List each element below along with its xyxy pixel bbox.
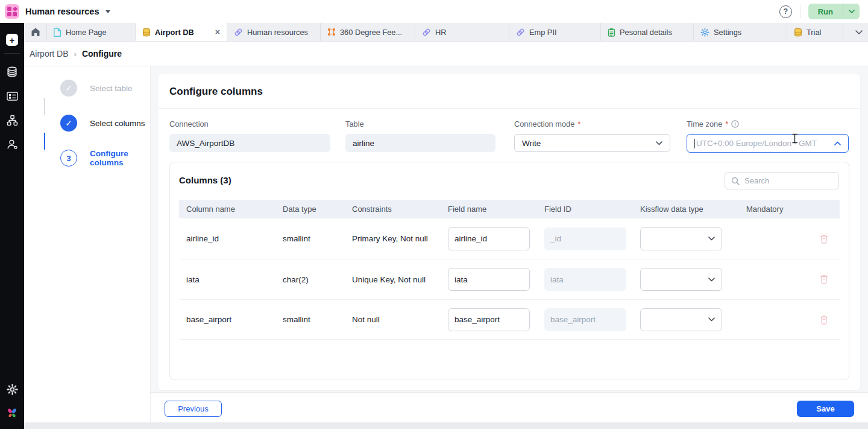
header-field-name: Field name	[448, 205, 544, 214]
text-caret	[694, 139, 695, 148]
table-value: airline	[345, 134, 495, 152]
tab-overflow-chevron-icon[interactable]	[850, 23, 868, 41]
kissflow-data-type-select[interactable]	[640, 268, 722, 291]
rail-people-item[interactable]	[0, 132, 24, 156]
columns-card: Columns (3) Search Column name Data type…	[169, 162, 849, 380]
left-rail: +	[0, 23, 24, 429]
stepper-panel: ✓ Select table ✓ Select columns 3 Config…	[24, 66, 151, 422]
chevron-up-icon[interactable]	[834, 141, 841, 145]
step-select-columns[interactable]: ✓ Select columns	[60, 115, 145, 132]
tab-pesonal-details[interactable]: Pesonal details	[600, 23, 694, 41]
clipboard-icon	[608, 28, 615, 37]
topbar-divider	[800, 5, 800, 18]
tab-home-page[interactable]: Home Page	[46, 23, 136, 41]
search-icon	[731, 177, 740, 185]
time-zone-combobox[interactable]: UTC+0:00 Europe/London - GMT	[687, 134, 849, 153]
cell-column-name: base_airport	[186, 315, 283, 324]
trash-icon[interactable]	[819, 274, 829, 285]
home-tab-button[interactable]	[24, 23, 47, 41]
cell-data-type: smallint	[283, 315, 352, 324]
kissflow-data-type-select[interactable]	[640, 227, 722, 250]
table-row: base_airport smallint Not null base_airp…	[179, 299, 840, 340]
tab-trial[interactable]: Trial	[787, 23, 843, 41]
network-icon	[327, 28, 336, 36]
connection-mode-select[interactable]: Write	[514, 134, 670, 152]
cell-constraints: Unique Key, Not null	[352, 275, 448, 284]
info-icon[interactable]	[731, 120, 739, 128]
org-chart-icon	[7, 115, 18, 126]
rail-settings-item[interactable]	[0, 377, 24, 401]
breadcrumb-separator: ›	[74, 49, 77, 59]
person-icon	[7, 139, 18, 150]
table-row: airline_id smallint Primary Key, Not nul…	[179, 218, 840, 259]
field-name-input[interactable]	[448, 227, 530, 250]
time-zone-placeholder: UTC+0:00 Europe/London - GMT	[696, 139, 834, 148]
tab-360-degree-feedback[interactable]: 360 Degree Fee...	[320, 23, 415, 41]
link-icon	[516, 28, 525, 37]
help-icon[interactable]: ?	[779, 5, 792, 18]
field-id-value: iata	[544, 268, 626, 291]
required-asterisk: *	[725, 119, 728, 129]
trash-icon[interactable]	[819, 314, 829, 325]
header-column-name: Column name	[186, 205, 283, 214]
chevron-down-icon	[656, 141, 662, 145]
cell-constraints: Primary Key, Not null	[352, 234, 448, 243]
close-tab-icon[interactable]: ×	[210, 28, 220, 36]
step-check-icon: ✓	[60, 80, 77, 97]
step-configure-columns[interactable]: 3 Configure columns	[60, 149, 150, 167]
kissflow-data-type-select[interactable]	[640, 308, 722, 331]
workspace-logo-icon[interactable]	[5, 4, 19, 19]
rail-boards-item[interactable]	[0, 84, 24, 108]
table-row: iata char(2) Unique Key, Not null iata	[179, 259, 840, 299]
connection-field: Connection AWS_AirportDB	[169, 119, 330, 152]
database-icon	[142, 28, 151, 37]
rail-flows-item[interactable]	[0, 108, 24, 132]
run-dropdown-icon[interactable]	[843, 4, 860, 19]
database-icon	[794, 28, 802, 37]
configure-panel: Configure columns Connection AWS_Airport…	[158, 74, 860, 390]
field-id-value: base_airport	[544, 308, 626, 331]
search-input[interactable]: Search	[725, 172, 839, 189]
stepper-connector	[44, 98, 45, 115]
workspace-name[interactable]: Human resources	[25, 7, 99, 16]
mouse-cursor-ibeam	[791, 133, 798, 146]
field-name-input[interactable]	[448, 308, 530, 331]
tab-emp-pii[interactable]: Emp PII	[509, 23, 601, 41]
workspace-dropdown-caret-icon[interactable]	[105, 10, 110, 13]
page-title: Configure columns	[169, 86, 263, 98]
field-name-input[interactable]	[448, 268, 530, 291]
run-button[interactable]: Run	[808, 4, 860, 19]
butterfly-logo-icon	[6, 407, 18, 419]
time-zone-label: Time zone *	[687, 119, 849, 129]
chevron-down-icon	[708, 317, 715, 322]
save-button[interactable]: Save	[797, 401, 854, 417]
kissflow-logo[interactable]	[0, 401, 24, 425]
header-data-type: Data type	[283, 205, 352, 214]
rail-dataset-item[interactable]	[0, 60, 24, 84]
tab-human-resources[interactable]: Human resources	[227, 23, 321, 41]
header-kissflow-data-type: Kissflow data type	[640, 205, 746, 214]
run-button-label[interactable]: Run	[808, 4, 843, 19]
document-icon	[54, 28, 61, 37]
main-content: Configure columns Connection AWS_Airport…	[151, 66, 868, 429]
step-check-icon: ✓	[60, 115, 77, 132]
bottom-scroll-strip[interactable]	[24, 422, 868, 429]
tab-settings[interactable]: Settings	[693, 23, 787, 41]
create-new-button[interactable]: +	[6, 34, 18, 46]
tab-hr[interactable]: HR	[415, 23, 509, 41]
breadcrumb: Airport DB › Configure	[24, 42, 868, 66]
link-icon	[422, 28, 431, 37]
breadcrumb-current: Configure	[82, 49, 122, 59]
connection-label: Connection	[169, 119, 330, 129]
gear-icon	[7, 384, 18, 395]
step-select-table[interactable]: ✓ Select table	[60, 80, 133, 97]
stepper-connector	[44, 133, 45, 150]
tab-airport-db[interactable]: Airport DB ×	[135, 23, 227, 41]
breadcrumb-parent[interactable]: Airport DB	[30, 49, 69, 59]
chevron-down-icon	[708, 237, 715, 241]
rail-divider	[4, 53, 20, 54]
cell-data-type: char(2)	[283, 275, 352, 284]
trash-icon[interactable]	[819, 234, 829, 244]
database-icon	[7, 66, 17, 77]
previous-button[interactable]: Previous	[165, 401, 222, 417]
